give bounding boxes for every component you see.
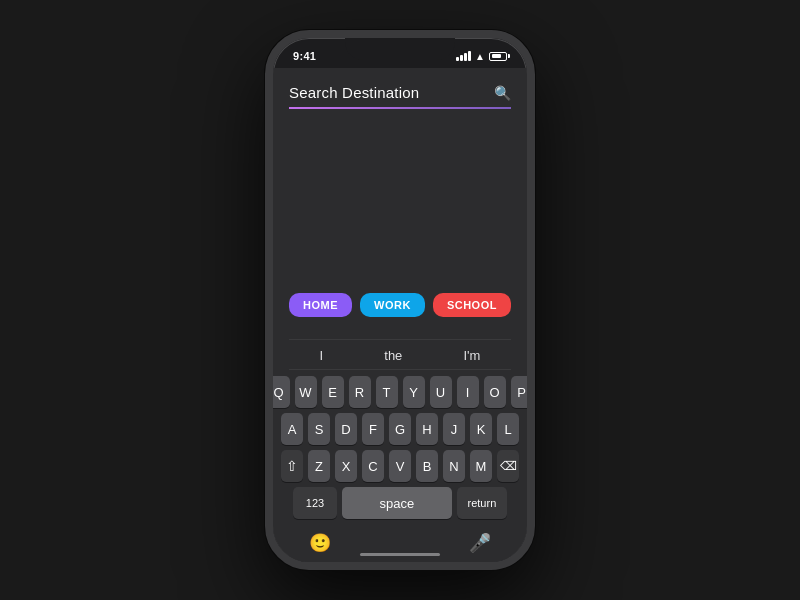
key-r[interactable]: R — [349, 376, 371, 408]
work-quick-button[interactable]: WORK — [360, 293, 425, 317]
key-h[interactable]: H — [416, 413, 438, 445]
keyboard-row-2: A S D F G H J K L — [293, 413, 507, 445]
keyboard-row-3: ⇧ Z X C V B N M ⌫ — [293, 450, 507, 482]
key-t[interactable]: T — [376, 376, 398, 408]
quick-buttons: HOME WORK SCHOOL — [289, 293, 511, 317]
home-quick-button[interactable]: HOME — [289, 293, 352, 317]
key-p[interactable]: P — [511, 376, 533, 408]
mic-button[interactable]: 🎤 — [469, 532, 491, 554]
key-k[interactable]: K — [470, 413, 492, 445]
notch — [345, 38, 455, 60]
search-icon[interactable]: 🔍 — [494, 85, 511, 101]
home-indicator — [360, 553, 440, 556]
key-o[interactable]: O — [484, 376, 506, 408]
emoji-button[interactable]: 🙂 — [309, 532, 331, 554]
key-v[interactable]: V — [389, 450, 411, 482]
numbers-key[interactable]: 123 — [293, 487, 337, 519]
key-a[interactable]: A — [281, 413, 303, 445]
key-y[interactable]: Y — [403, 376, 425, 408]
key-z[interactable]: Z — [308, 450, 330, 482]
shift-key[interactable]: ⇧ — [281, 450, 303, 482]
main-area: HOME WORK SCHOOL — [289, 119, 511, 339]
status-time: 9:41 — [293, 50, 316, 62]
predictive-bar: I the I'm — [289, 339, 511, 370]
phone-frame: 9:41 ▲ Search Destination 🔍 — [265, 30, 535, 570]
predictive-word-3[interactable]: I'm — [455, 346, 488, 365]
status-icons: ▲ — [456, 51, 507, 62]
space-key[interactable]: space — [342, 487, 452, 519]
keyboard-row-1: Q W E R T Y U I O P — [293, 376, 507, 408]
key-s[interactable]: S — [308, 413, 330, 445]
key-b[interactable]: B — [416, 450, 438, 482]
key-e[interactable]: E — [322, 376, 344, 408]
keyboard: Q W E R T Y U I O P A S D F G H J K — [289, 370, 511, 528]
delete-key[interactable]: ⌫ — [497, 450, 519, 482]
battery-icon — [489, 52, 507, 61]
key-n[interactable]: N — [443, 450, 465, 482]
key-j[interactable]: J — [443, 413, 465, 445]
search-input-text[interactable]: Search Destination — [289, 84, 419, 101]
predictive-word-2[interactable]: the — [376, 346, 410, 365]
key-f[interactable]: F — [362, 413, 384, 445]
bottom-bar: 🙂 🎤 — [289, 528, 511, 562]
wifi-icon: ▲ — [475, 51, 485, 62]
keyboard-row-4: 123 space return — [293, 487, 507, 519]
key-c[interactable]: C — [362, 450, 384, 482]
predictive-word-1[interactable]: I — [312, 346, 332, 365]
key-l[interactable]: L — [497, 413, 519, 445]
school-quick-button[interactable]: SCHOOL — [433, 293, 511, 317]
search-area: Search Destination 🔍 — [289, 72, 511, 119]
phone-content: Search Destination 🔍 HOME WORK SCHOOL I … — [273, 68, 527, 562]
key-q[interactable]: Q — [268, 376, 290, 408]
key-i[interactable]: I — [457, 376, 479, 408]
signal-icon — [456, 51, 471, 61]
return-key[interactable]: return — [457, 487, 507, 519]
key-w[interactable]: W — [295, 376, 317, 408]
search-container: Search Destination 🔍 — [289, 84, 511, 109]
key-d[interactable]: D — [335, 413, 357, 445]
key-g[interactable]: G — [389, 413, 411, 445]
key-u[interactable]: U — [430, 376, 452, 408]
key-x[interactable]: X — [335, 450, 357, 482]
key-m[interactable]: M — [470, 450, 492, 482]
